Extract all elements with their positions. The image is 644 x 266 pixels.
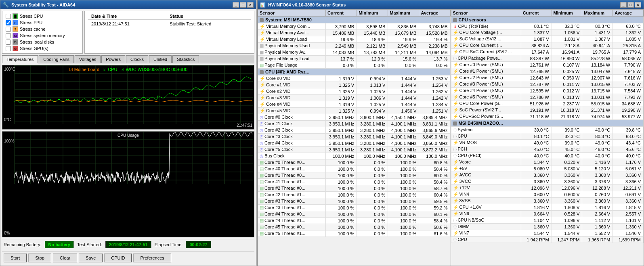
right-header-sensor: Sensor: [451, 10, 521, 17]
table-row: 🌡CPU (Tctl/Tdie)80.1 °C32.3 °C80.3 °C63.…: [451, 23, 644, 29]
fpu-icon: F: [13, 20, 18, 25]
table-row: ⚡Core #5 Power (SMU)12.786 W0.013 W13.03…: [451, 94, 644, 101]
stress-disk-checkbox[interactable]: [6, 40, 11, 45]
elapsed-time-value: 00:02:27: [186, 241, 211, 248]
table-row: ⚡+12V12.096 V12.096 V12.288 V12.211 V: [451, 185, 644, 191]
table-row: ◌CPU1,942 RPM1,247 RPM1,965 RPM1,699 RPM: [451, 237, 644, 243]
stress-gpu-checkbox[interactable]: [6, 46, 11, 51]
tab-statistics[interactable]: Statistics: [172, 55, 199, 63]
table-row: ⚡CPU Core Current (...38.824 A2.118 A40.…: [451, 42, 644, 49]
cpuid-button[interactable]: CPUID: [104, 253, 132, 262]
chart1-time-label: 21:47:51: [237, 123, 252, 128]
stop-button[interactable]: Stop: [28, 253, 51, 262]
table-row: ◌DIMM1.360 V1.360 V1.360 V1.360 V: [451, 224, 644, 230]
left-header-maximum: Maximum: [388, 10, 419, 17]
table-row: ⚡Core #5 VID1.325 V0.994 V1.450 V1.251 V: [258, 108, 451, 114]
table-row: ◷Core #2 Clock3,950.1 MHz3,280.1 MHz4,10…: [258, 127, 451, 134]
left-sensor-table: Sensor Current Minimum Maximum Average S…: [258, 9, 451, 237]
table-row: ⚡Core #1 Power (SMU)12.765 W0.025 W13.04…: [451, 68, 644, 75]
aida-maximize-button[interactable]: □: [240, 2, 246, 8]
aida-top-row: █ Stress CPU F Stress FPU $ Stress cache…: [2, 11, 254, 54]
left-sensor-panel: Sensor Current Minimum Maximum Average S…: [258, 9, 451, 266]
chart2-max-label: 100%: [4, 139, 15, 143]
aida-minimize-button[interactable]: _: [233, 2, 239, 8]
table-row: ▤Core #5 Thread #0...100.0 %0.0 %100.0 %…: [258, 224, 451, 230]
clear-button[interactable]: Clear: [53, 253, 77, 262]
aida-button-bar: Start Stop Clear Save CPUID Preferences: [2, 251, 254, 264]
tab-clocks[interactable]: Clocks: [126, 55, 148, 63]
stress-fpu-label: Stress FPU: [20, 20, 42, 25]
group-header: CPU [#0]: AMD Ryz...: [258, 69, 451, 75]
tab-temperatures[interactable]: Temperatures: [2, 55, 38, 63]
cpu-usage-canvas: [2, 132, 253, 184]
cpu-icon: █: [13, 13, 18, 19]
table-row: ▤Core #3 Thread #1...100.0 %0.0 %100.0 %…: [258, 205, 451, 211]
table-row: ▤Core #0 Thread #0...100.0 %0.0 %100.0 %…: [258, 159, 451, 166]
table-row: ⚡CPU+SoC Power (S...71.118 W21.318 W74.9…: [451, 113, 644, 120]
table-row: ⚡Core #3 VID1.319 V1.006 V1.444 V1.242 V: [258, 95, 451, 101]
temperature-canvas: [2, 65, 253, 130]
table-row: ◷Core #3 Clock3,950.1 MHz3,280.1 MHz4,10…: [258, 134, 451, 140]
table-row: ◌CPU NB/SoC1.104 V1.096 V1.112 V1.101 V: [451, 217, 644, 224]
aida-icon: 🔧: [3, 2, 9, 8]
table-row: ⚡VIN60.664 V0.528 V2.664 V2.557 V: [451, 211, 644, 217]
table-row: ⚡Virtual Memory Com...3,790 MB3,598 MB3,…: [258, 23, 451, 30]
aida-close-button[interactable]: ×: [247, 2, 254, 8]
stress-cpu-label: Stress CPU: [20, 14, 43, 19]
table-row: ▦Physical Memory Load13.7 %12.9 %15.6 %1…: [258, 56, 451, 62]
hwinfo-window-controls: _ □ ×: [620, 2, 641, 8]
table-row: ⚡Core #2 Power (SMU)12.643 W0.050 W12.90…: [451, 75, 644, 81]
table-row: ◷Bus Clock100.0 MHz100.0 MHz100.0 MHz100…: [258, 153, 451, 159]
stress-fpu-row[interactable]: F Stress FPU: [6, 19, 79, 26]
stress-cpu-checkbox[interactable]: [6, 14, 11, 19]
hwinfo-close-button[interactable]: ×: [635, 2, 641, 8]
stress-cache-row[interactable]: $ Stress cache: [6, 26, 79, 32]
aida-content: █ Stress CPU F Stress FPU $ Stress cache…: [0, 9, 256, 266]
table-row: ▤Core #4 Thread #1...100.0 %0.0 %100.0 %…: [258, 218, 451, 224]
preferences-button[interactable]: Preferences: [133, 253, 171, 262]
right-header-maximum: Maximum: [582, 10, 613, 17]
stress-mem-checkbox[interactable]: [6, 33, 11, 38]
disk-icon: D: [13, 39, 18, 45]
stress-mem-row[interactable]: M Stress system memory: [6, 32, 79, 39]
status-header: Status: [166, 13, 251, 20]
hwinfo-minimize-button[interactable]: _: [620, 2, 627, 8]
aida-window-controls: _ □ ×: [233, 2, 254, 8]
hwinfo-content: Sensor Current Minimum Maximum Average S…: [258, 9, 644, 266]
table-row: ⚡SoC Voltage (SVI2 ...1.087 V1.081 V1.08…: [451, 36, 644, 42]
gpu-icon: G: [13, 46, 18, 51]
tab-powers[interactable]: Powers: [101, 55, 125, 63]
tab-cooling-fans[interactable]: Cooling Fans: [39, 55, 74, 63]
table-row: ⚡Core #1 VID1.325 V1.013 V1.444 V1.254 V: [258, 82, 451, 88]
table-row: ◌CPU80.1 °C32.3 °C80.3 °C63.0 °C: [451, 133, 644, 140]
table-row: ⚡Virtual Memory Avai...15,486 MB15,440 M…: [258, 30, 451, 36]
table-row: ▦Physical Memory Av...14,083 MB13,783 MB…: [258, 49, 451, 56]
tab-unified[interactable]: Unified: [149, 55, 172, 63]
stress-fpu-checkbox[interactable]: [6, 20, 11, 25]
right-sensor-table: Sensor Current Minimum Maximum Average C…: [451, 9, 644, 243]
tab-voltages[interactable]: Voltages: [75, 55, 101, 63]
table-row: ⚡CPU Core Voltage (...1.337 V1.056 V1.43…: [451, 29, 644, 36]
stress-disk-row[interactable]: D Stress local disks: [6, 39, 79, 45]
table-row: ◌System39.0 °C39.0 °C40.0 °C39.8 °C: [451, 127, 644, 133]
legend-cpu: ☑ CPU: [103, 67, 117, 72]
table-row: ⚡3VCC3.360 V3.360 V3.376 V3.366 V: [451, 178, 644, 185]
remaining-battery-label: Remaining Battery:: [4, 242, 42, 247]
start-button[interactable]: Start: [4, 253, 27, 262]
table-row: ⚡CPU Core Power (S...51.926 W2.237 W55.0…: [451, 101, 644, 107]
table-row: ⚡VIN40.600 V0.600 V0.760 V0.691 V: [451, 191, 644, 198]
test-started-label: Test Started:: [77, 242, 102, 247]
save-button[interactable]: Save: [79, 253, 103, 262]
stress-options-panel: █ Stress CPU F Stress FPU $ Stress cache…: [2, 11, 83, 54]
stress-cpu-row[interactable]: █ Stress CPU: [6, 13, 79, 19]
hwinfo-maximize-button[interactable]: □: [627, 2, 634, 8]
hwinfo-window: 📊 HWiNFO64 v6.10-3880 Sensor Status _ □ …: [257, 0, 644, 266]
stress-gpu-row[interactable]: G Stress GPU(s): [6, 45, 79, 52]
table-row: ◷Core #5 Clock3,950.1 MHz3,280.1 MHz4,10…: [258, 147, 451, 153]
stress-gpu-label: Stress GPU(s): [20, 46, 48, 51]
stress-cache-checkbox[interactable]: [6, 27, 11, 32]
table-row: ⚡AVCC3.360 V3.360 V3.360 V3.360 V: [451, 172, 644, 178]
aida-window: 🔧 System Stability Test - AIDA64 _ □ × █…: [0, 0, 256, 266]
table-row: ⚡Core #2 VID1.325 V1.025 V1.444 V1.262 V: [258, 88, 451, 95]
stress-disk-label: Stress local disks: [20, 40, 54, 44]
